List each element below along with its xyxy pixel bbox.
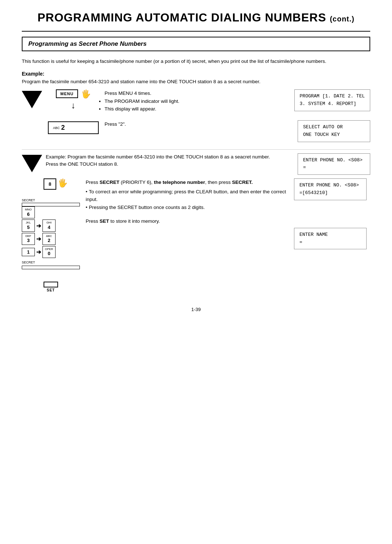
bullet2: This display will appear. <box>105 105 289 113</box>
oper-sub: OPER <box>45 247 53 251</box>
section-box: Programming as Secret Phone Numbers <box>22 37 370 51</box>
menu-label: MENU <box>60 92 73 96</box>
lcd-display-3: ENTER PHONE NO. <S08> = <box>298 153 370 175</box>
key6: 6 <box>27 211 29 217</box>
step1-content: MENU 🖐 ↓ ABC 2 Press MENU 4 times. <box>48 89 370 142</box>
bullet1: The PROGRAM indicator will light. <box>105 97 289 105</box>
set-label: SET <box>47 288 55 292</box>
press2-text: Press "2". <box>105 121 126 127</box>
jkl-sub: JKL <box>26 221 31 225</box>
step1-number: 1 <box>22 91 42 110</box>
secret-box-bottom <box>22 266 80 269</box>
key2-area: ABC 2 <box>48 121 99 134</box>
page-title: PROGRAMMING AUTOMATIC DIALING NUMBERS (c… <box>22 11 370 24</box>
numpad-key-2: ABC 2 <box>42 233 56 245</box>
numpad-key-5: JKL 5 <box>22 219 35 231</box>
press-menu-instruction: Press MENU 4 times. The PROGRAM indicato… <box>105 89 289 113</box>
numpad-area: SECRET MNO 6 JKL 5 ➔ <box>22 198 80 269</box>
abc-sub: ABC <box>46 234 52 238</box>
def-sub: DEF <box>25 234 31 238</box>
arrow-right-1: ➔ <box>36 222 41 229</box>
set-button <box>44 282 58 287</box>
key5: 5 <box>27 225 29 230</box>
numpad-row3: DEF 3 ➔ ABC 2 <box>22 233 80 245</box>
key2-label: 2 <box>61 124 65 132</box>
title-main: PROGRAMMING AUTOMATIC DIALING NUMBERS <box>37 11 326 24</box>
example-desc: Program the facsimile number 654-3210 an… <box>22 79 370 84</box>
press-one-touch-pre: Press the <box>46 161 68 167</box>
numpad-row4: 1 ➔ OPER 0 <box>22 246 80 258</box>
numpad-key-3: DEF 3 <box>22 233 35 245</box>
abc-sublabel: ABC <box>53 126 60 130</box>
mno-sub: MNO <box>25 208 32 211</box>
lcd3-line1: ENTER PHONE NO. <S08> <box>303 157 365 164</box>
secret-bullet2: Pressing the SECRET button once counts a… <box>86 204 288 211</box>
lcd2-line2: ONE TOUCH KEY <box>303 131 365 139</box>
press-secret-pre: Press <box>86 180 99 185</box>
down-arrow-icon: ↓ <box>71 100 75 110</box>
press-set-pre: Press <box>86 218 99 224</box>
intro-text: This function is useful for keeping a fa… <box>22 58 370 65</box>
lcd-display-5: ENTER NAME = <box>294 228 367 250</box>
key4: 4 <box>48 225 50 230</box>
step1-pair2: Press "2". SELECT AUTO OR ONE TOUCH KEY <box>105 120 370 142</box>
step2-area: 2 Example: Program the facsimile number … <box>22 153 370 292</box>
lcd-display-2: SELECT AUTO OR ONE TOUCH KEY <box>298 120 370 142</box>
menu-button: MENU <box>56 89 78 98</box>
title-divider <box>22 31 370 32</box>
press-menu-text: Press <box>105 90 118 96</box>
press-one-touch-bold: ONE TOUCH station 8. <box>68 161 118 167</box>
numpad-key-6: MNO 6 <box>22 206 35 218</box>
step2-example-line: 2 Example: Program the facsimile number … <box>22 153 370 175</box>
lcd1-line2: 3. SYSTEM 4. REPORT] <box>300 100 365 108</box>
numpad-key-0: OPER 0 <box>42 246 56 258</box>
arrow-right-2: ➔ <box>36 235 41 242</box>
lcd5-line2: = <box>299 239 361 246</box>
press-menu-suffix: 4 times. <box>133 90 151 96</box>
numpad-key-4: GHI 4 <box>42 219 56 231</box>
lcd-display-1: PROGRAM [1. DATE 2. TEL 3. SYSTEM 4. REP… <box>294 89 370 111</box>
example-label: Example: <box>22 71 370 77</box>
key8-label: 8 <box>49 181 51 187</box>
secret-bullet1: To correct an error while programming; p… <box>86 188 288 204</box>
step2-devices-col: 8 🖐 SECRET MNO 6 JKL <box>22 178 80 292</box>
key0: 0 <box>48 251 50 257</box>
lcd4-line1: ENTER PHONE NO. <S08> <box>299 182 361 189</box>
secret-bullets: To correct an error while programming; p… <box>86 188 288 211</box>
key2-num: 2 <box>48 238 50 243</box>
set-button-area: SET <box>22 282 80 292</box>
secret-instruction: Press SECRET (PRIORITY 6), the telephone… <box>86 178 288 211</box>
title-cont: (cont.) <box>330 15 355 23</box>
step-separator <box>22 149 370 150</box>
press-set-bold: SET <box>99 218 109 224</box>
lcd5-line1: ENTER NAME <box>299 231 361 239</box>
step1-pair1: Press MENU 4 times. The PROGRAM indicato… <box>105 89 370 113</box>
step1-row: 1 MENU 🖐 ↓ ABC 2 <box>22 89 370 142</box>
step2-example-text: Example: Program the facsimile number 65… <box>46 153 270 168</box>
secret-label-bottom: SECRET <box>22 261 80 264</box>
press-menu-bold: MENU <box>118 90 133 96</box>
step2-example-bold: Example: <box>46 154 66 160</box>
key3: 3 <box>27 238 29 243</box>
station8-area: 8 🖐 <box>44 178 80 192</box>
numpad-row1: MNO 6 <box>22 206 80 218</box>
arrow-right-3: ➔ <box>36 249 41 255</box>
numpad-key-1: 1 <box>22 248 35 257</box>
hand-icon: 🖐 <box>81 89 91 99</box>
station8-button: 8 <box>44 178 56 190</box>
set-instruction: Press SET to store it into memory. <box>86 217 288 225</box>
press-2-instruction: Press "2". <box>105 120 292 128</box>
step2-example-desc: Program the facsimile number 654-3210 in… <box>68 154 270 160</box>
step2-main-row: 8 🖐 SECRET MNO 6 JKL <box>22 178 370 292</box>
step2-number: 2 <box>22 155 42 174</box>
key2-button: ABC 2 <box>48 121 99 134</box>
step2-instructions-col: Press SECRET (PRIORITY 6), the telephone… <box>86 178 288 225</box>
press-secret-bold1: SECRET <box>99 180 119 185</box>
press-set-suf: to store it into memory. <box>109 218 160 224</box>
step2-lcd-col: ENTER PHONE NO. <S08> =[6543210] ENTER N… <box>294 178 370 249</box>
press-secret-bold2: the telephone number <box>154 180 205 185</box>
lcd4-line2: =[6543210] <box>299 189 361 197</box>
press-secret-bold3: SECRET. <box>232 180 253 185</box>
lcd1-line1: PROGRAM [1. DATE 2. TEL <box>300 93 365 100</box>
secret-label-top: SECRET <box>22 198 80 202</box>
